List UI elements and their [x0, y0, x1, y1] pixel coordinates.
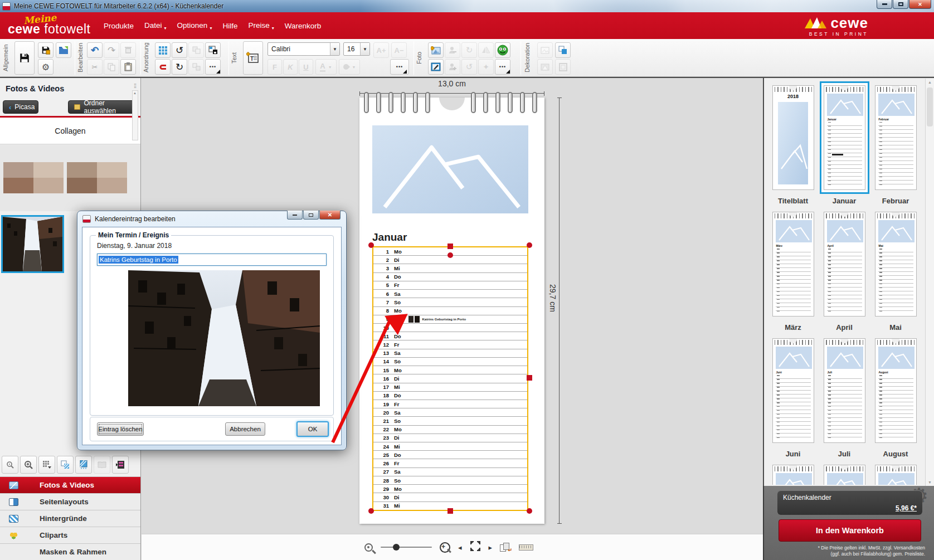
minimize-button[interactable]	[877, 0, 892, 9]
calendar-page-thumb[interactable]: Januar Januar	[819, 81, 870, 208]
calendar-grid[interactable]: 1 Mo 2 Di 3 Mi	[372, 246, 528, 511]
calendar-day-row[interactable]: 15 Mo	[373, 366, 527, 374]
calendar-day-row[interactable]: 17 Mi	[373, 383, 527, 391]
calendar-day-row[interactable]: 7 So	[373, 298, 527, 306]
selection-rotate-handle[interactable]	[447, 252, 453, 258]
calendar-page-thumb[interactable]: März März	[767, 208, 819, 334]
add-to-cart-button[interactable]: In den Warenkorb	[779, 519, 921, 542]
calendar-day-row[interactable]: 11 Do	[373, 332, 527, 340]
photo-more-button[interactable]: •••	[495, 59, 510, 75]
deco-color-area-button[interactable]	[555, 42, 571, 58]
calendar-day-row[interactable]: 12 Fr	[373, 340, 527, 348]
cancel-button[interactable]: Abbrechen	[225, 422, 265, 436]
menu-item[interactable]: Warenkorb	[285, 22, 322, 30]
magnet-button[interactable]	[155, 59, 171, 75]
photo-placeholder[interactable]	[372, 125, 528, 213]
collage-scrollbar[interactable]	[132, 90, 138, 140]
add-text-button[interactable]: T	[243, 41, 263, 75]
calendar-day-row[interactable]: 8 Mo	[373, 306, 527, 315]
calendar-page-thumb[interactable]: Juli Juli	[819, 334, 870, 461]
choose-folder-button[interactable]: Ordner auswählen	[68, 100, 137, 114]
calendar-day-row[interactable]: 26 Fr	[373, 459, 527, 467]
calendar-page[interactable]: Januar 1 Mo 2 Di 3	[359, 98, 544, 524]
zoom-slider[interactable]	[381, 543, 432, 552]
selection-handle-right-center[interactable]	[527, 375, 532, 381]
maximize-button[interactable]	[893, 0, 908, 9]
undo-button[interactable]: ↶	[87, 42, 103, 58]
dialog-maximize-button[interactable]	[303, 211, 319, 220]
grid-button[interactable]	[155, 42, 171, 58]
calendar-page-thumb[interactable]	[767, 461, 819, 485]
selection-handle-bottom-right[interactable]	[527, 508, 532, 514]
calendar-day-row[interactable]: 13 Sa	[373, 349, 527, 357]
menu-item[interactable]: Optionen▾	[177, 21, 212, 31]
fullscreen-button[interactable]	[470, 540, 481, 554]
ok-button[interactable]: OK	[296, 421, 329, 437]
calendar-day-row[interactable]: 4 Do	[373, 272, 527, 281]
zoom-slider-knob[interactable]	[393, 544, 400, 551]
calendar-day-row[interactable]: 16 Di	[373, 374, 527, 382]
film-strip-button[interactable]	[112, 456, 129, 474]
scroll-down-icon[interactable]: ▼	[928, 480, 932, 484]
calendar-page-thumb[interactable]: Februar Februar	[870, 81, 921, 208]
settings-button[interactable]: ⚙	[38, 59, 53, 75]
collage-thumbnail[interactable]	[67, 162, 127, 193]
delete-entry-button[interactable]: Eintrag löschen	[97, 422, 144, 436]
sidebar-nav-item[interactable]: Seitenlayouts	[0, 493, 140, 510]
calendar-day-row[interactable]: 18 Do	[373, 391, 527, 400]
calendar-day-row[interactable]: 20 Sa	[373, 408, 527, 416]
entry-text-input[interactable]: Katrins Geburtstag in Porto	[97, 254, 327, 266]
product-price[interactable]: 5,96 €*	[896, 504, 917, 512]
zoom-out-icon[interactable]	[364, 543, 373, 552]
save-layout-button[interactable]	[205, 42, 221, 58]
calendar-day-row[interactable]: 21 So	[373, 416, 527, 425]
selection-handle-top-right[interactable]	[527, 242, 532, 248]
previous-page-button[interactable]: ◂	[458, 543, 462, 552]
calendar-day-row[interactable]: 29 Mo	[373, 484, 527, 493]
calendar-day-row[interactable]: 24 Mi	[373, 442, 527, 450]
sidebar-nav-item[interactable]: Fotos & Videos	[0, 476, 140, 493]
font-family-dropdown-arrow[interactable]: ▼	[330, 43, 339, 55]
calendar-day-row[interactable]: 25 Do	[373, 450, 527, 459]
entry-photo-preview[interactable]	[128, 270, 320, 406]
calendar-entry[interactable]: Katrins Geburtstag in Porto	[408, 316, 466, 323]
font-size-select[interactable]: 16 ▼	[343, 42, 370, 56]
calendar-page-thumb[interactable]: 2018	[767, 81, 819, 208]
zoom-plus-button[interactable]	[20, 456, 37, 474]
calendar-page-thumb[interactable]	[870, 461, 921, 485]
sidebar-nav-item[interactable]: Masken & Rahmen	[0, 543, 140, 560]
selection-handle-bottom-left[interactable]	[368, 508, 374, 514]
text-more-button[interactable]: •••	[390, 59, 409, 75]
add-photo-button[interactable]	[428, 42, 444, 58]
font-size-dropdown-arrow[interactable]: ▼	[360, 43, 369, 55]
calendar-day-row[interactable]: 19 Fr	[373, 400, 527, 408]
calendar-page-thumb[interactable]	[819, 461, 870, 485]
dialog-titlebar[interactable]: Kalendereintrag bearbeiten ✕	[77, 211, 346, 227]
used-photos-button[interactable]	[57, 456, 74, 474]
save-as-button[interactable]	[38, 42, 53, 58]
calendar-day-row[interactable]: 23 Di	[373, 434, 527, 442]
dialog-close-button[interactable]: ✕	[319, 211, 340, 220]
menu-item[interactable]: Hilfe	[222, 22, 237, 30]
calendar-day-row[interactable]: 10 Mi	[373, 323, 527, 332]
font-family-select[interactable]: Calibri ▼	[267, 42, 340, 56]
picasa-back-button[interactable]: ‹ Picasa	[3, 100, 38, 114]
arrange-more-button[interactable]: •••	[205, 59, 221, 75]
next-page-button[interactable]: ▸	[489, 543, 493, 552]
collage-thumbnail[interactable]	[3, 162, 64, 193]
calendar-day-row[interactable]: 27 Sa	[373, 468, 527, 476]
menu-item[interactable]: Produkte	[104, 22, 134, 30]
edit-photo-button[interactable]	[428, 59, 444, 75]
calendar-page-thumb[interactable]: Mai Mai	[870, 208, 921, 334]
calendar-day-row[interactable]: 6 Sa	[373, 289, 527, 298]
ruler-toggle-button[interactable]	[519, 544, 533, 551]
menu-item[interactable]: Preise▾	[248, 21, 274, 31]
panel-grip-icon[interactable]: ⁞⁞	[134, 82, 136, 89]
calendar-day-row[interactable]: 14 So	[373, 357, 527, 366]
calendar-page-thumb[interactable]: Juni Juni	[767, 334, 819, 461]
dialog-minimize-button[interactable]	[287, 211, 303, 220]
calendar-day-row[interactable]: 22 Mo	[373, 425, 527, 434]
save-button[interactable]	[14, 41, 35, 75]
rotate-left-button[interactable]: ↺	[172, 42, 187, 58]
sidebar-nav-item[interactable]: Hintergründe	[0, 510, 140, 527]
